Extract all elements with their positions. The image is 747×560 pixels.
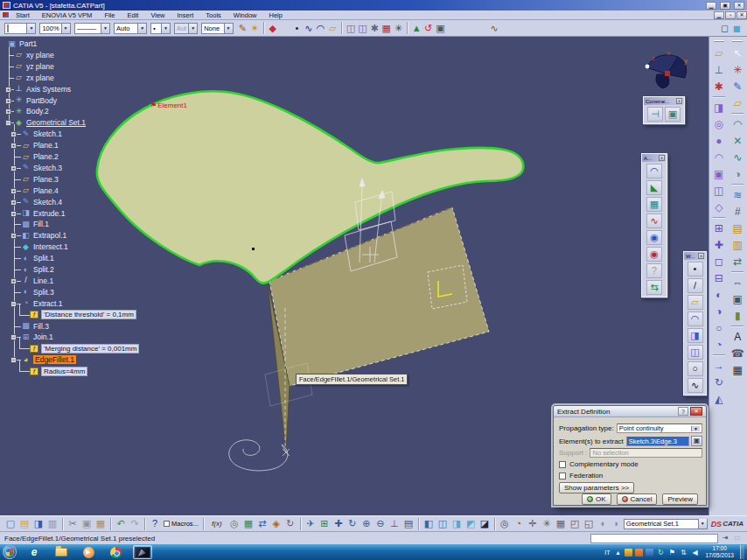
menu-insert[interactable]: Insert: [171, 11, 200, 19]
measure-item-icon[interactable]: ▣: [730, 291, 745, 306]
tree-item-plane-1[interactable]: ▱Plane.1: [21, 140, 59, 150]
split-icon[interactable]: ◐: [711, 287, 727, 302]
magnifier-icon[interactable]: ◗: [610, 517, 624, 531]
measure-between-icon[interactable]: ⇔: [730, 275, 745, 290]
sweep-icon[interactable]: ◨: [688, 328, 703, 343]
catalog-browser-icon[interactable]: ◆: [267, 21, 279, 35]
line-icon[interactable]: /: [688, 278, 703, 293]
grid-icon[interactable]: #: [730, 204, 745, 219]
multi-point-icon[interactable]: ✱: [711, 79, 727, 94]
menu-enovia-v5-vpm[interactable]: ENOVIA V5 VPM: [36, 11, 99, 19]
chevron-down-icon[interactable]: ▼: [101, 24, 109, 33]
projection-icon[interactable]: ◠: [730, 116, 745, 131]
tree-item-body-2[interactable]: ✳Body.2: [14, 106, 49, 116]
tree-item-line-1[interactable]: /Line.1: [21, 276, 53, 286]
network-icon[interactable]: ⇅: [679, 548, 688, 556]
select-arrow-icon[interactable]: ↖: [730, 46, 745, 60]
hidden-icons-chevron[interactable]: ▴: [613, 548, 622, 556]
shading-edges-icon[interactable]: ◩: [464, 517, 478, 531]
snap-grid-icon[interactable]: ✳: [540, 517, 554, 531]
checker-icon[interactable]: ▦: [380, 21, 393, 35]
menu-help[interactable]: Help: [263, 11, 289, 19]
tree-item-zx-plane[interactable]: ▱zx plane: [14, 73, 54, 83]
axis-star-icon[interactable]: ✳: [393, 21, 405, 35]
intersection-icon[interactable]: ✕: [730, 133, 745, 148]
display-settings-icon[interactable]: [646, 549, 653, 556]
tree-expander[interactable]: −: [10, 357, 17, 363]
doc-restore-icon[interactable]: ▫: [725, 11, 736, 19]
projection-icon[interactable]: ◠: [688, 312, 703, 326]
tree-item-axis-systems[interactable]: ⊥Axis Systems: [14, 84, 71, 94]
menu-window[interactable]: Window: [227, 11, 263, 19]
sweep-surface-icon[interactable]: ◠: [711, 150, 727, 164]
action-center-flag-icon[interactable]: ⚑: [667, 548, 676, 556]
custom-view-icon[interactable]: ◪: [478, 517, 492, 531]
taskbar-explorer-icon[interactable]: [52, 545, 71, 559]
update-icon[interactable]: ↻: [283, 517, 297, 531]
menu-tools[interactable]: Tools: [199, 11, 227, 19]
tree-expander[interactable]: +: [5, 98, 11, 104]
render-scene-icon[interactable]: ▲: [410, 21, 422, 35]
blend-surface-icon[interactable]: ◇: [711, 200, 727, 214]
tree-expander[interactable]: −: [10, 301, 17, 307]
help-icon[interactable]: ?: [678, 407, 688, 416]
toolbar-grip[interactable]: [732, 40, 743, 42]
point-symbol-combo[interactable]: ▪▼: [150, 23, 171, 34]
normal-view-icon[interactable]: ⊥: [387, 517, 401, 531]
formula-fx-icon[interactable]: f(x): [206, 517, 227, 531]
open-icon[interactable]: ▤: [17, 517, 31, 531]
tree-item-merging-distance-0-001mm[interactable]: f'Merging distance' = 0,001mm: [30, 343, 139, 354]
tree-item-join-1[interactable]: ⊞Join.1: [21, 332, 53, 342]
disassemble-icon[interactable]: ⊟: [711, 270, 727, 285]
wireframe-style-icon[interactable]: ◫: [436, 517, 450, 531]
tree-item-sketch-1[interactable]: ✎Sketch.1: [21, 129, 62, 139]
tree-item-extract-1[interactable]: ◔Extract.1: [21, 298, 63, 309]
spell-check-icon[interactable]: A: [730, 329, 745, 344]
capture-icon[interactable]: ▦: [730, 362, 745, 377]
constraint-icon[interactable]: ⊣: [647, 107, 663, 122]
rotate-icon[interactable]: ↻: [711, 374, 727, 389]
tree-expander[interactable]: +: [10, 233, 17, 239]
tree-expander[interactable]: +: [10, 211, 17, 217]
translate-icon[interactable]: →: [711, 358, 727, 373]
close-icon[interactable]: x: [659, 155, 665, 161]
show-parameters-button[interactable]: Show parameters >>: [559, 482, 634, 494]
curvature-map-icon[interactable]: ▦: [646, 197, 662, 212]
tree-item-plane-4[interactable]: ▱Plane.4: [21, 186, 59, 196]
taskbar-clock[interactable]: 17:00 17/05/2013: [705, 545, 734, 559]
loft-surface-icon[interactable]: ◫: [711, 183, 727, 198]
copy-icon[interactable]: ▣: [80, 517, 94, 531]
propagation-select[interactable]: Point continuity ▼: [617, 424, 702, 433]
spline-icon[interactable]: ∿: [688, 378, 703, 393]
paint-brush-icon[interactable]: ✎: [237, 21, 249, 35]
tree-item-plane-2[interactable]: ▱Plane.2: [21, 151, 59, 162]
sphere-surface-icon[interactable]: ●: [711, 133, 727, 148]
mass-properties-icon[interactable]: ▮: [730, 308, 745, 323]
multi-selection-icon[interactable]: ▣: [691, 436, 702, 446]
tree-expander[interactable]: +: [10, 200, 17, 206]
chevron-down-icon[interactable]: ▼: [224, 24, 233, 33]
cut-icon[interactable]: ✂: [66, 517, 80, 531]
capture-box-icon[interactable]: ▣: [435, 21, 447, 35]
join-icon[interactable]: ⊞: [711, 220, 727, 235]
extrude-surface-icon[interactable]: ◨: [711, 100, 727, 115]
shading-style-icon[interactable]: ◨: [450, 517, 464, 531]
tree-expander[interactable]: +: [10, 143, 17, 149]
analysis-toolbar[interactable]: A...x ◠◣▦∿◉◉?⇆: [641, 153, 667, 298]
graphic-color-combo[interactable]: ▼: [4, 23, 36, 34]
new-icon[interactable]: ▢: [3, 517, 17, 531]
tree-item-extrapol-1[interactable]: ◧Extrapol.1: [21, 230, 66, 241]
tree-expander[interactable]: +: [10, 278, 17, 284]
tree-expander[interactable]: −: [5, 120, 11, 126]
shaded-cube-icon[interactable]: ◼: [730, 21, 743, 35]
chevron-down-icon[interactable]: ▼: [61, 24, 70, 33]
pan-icon[interactable]: ✚: [332, 517, 346, 531]
zoom-out-icon[interactable]: ⊖: [374, 517, 387, 531]
extract-icon[interactable]: ◔: [711, 337, 727, 352]
tree-item-distance-threshold-0-1mm[interactable]: f'Distance threshold' = 0,1mm: [30, 310, 136, 320]
menu-start[interactable]: Start: [10, 11, 36, 19]
paste-icon[interactable]: ▦: [94, 517, 108, 531]
taskbar-ie-icon[interactable]: e: [24, 545, 44, 559]
grid-view-icon[interactable]: ▦: [554, 517, 568, 531]
ok-button[interactable]: OK: [582, 494, 611, 505]
